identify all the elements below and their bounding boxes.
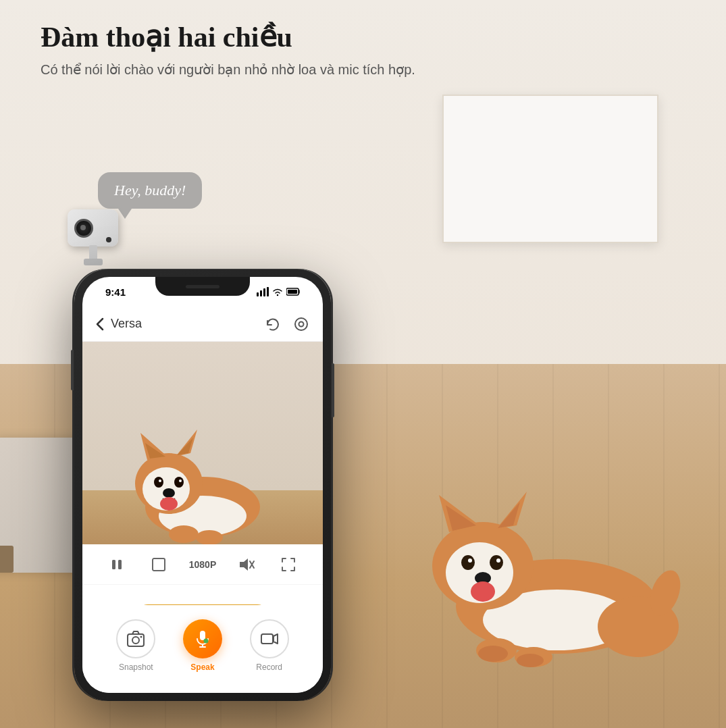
speak-label: Speak — [190, 662, 214, 672]
svg-rect-53 — [200, 631, 205, 640]
fullscreen-icon — [281, 557, 296, 572]
svg-rect-44 — [112, 560, 115, 569]
svg-rect-22 — [263, 288, 265, 296]
wall-decoration — [442, 95, 658, 243]
snapshot-icon-circle — [116, 619, 155, 658]
pause-button[interactable] — [105, 552, 129, 577]
corgi-dog-right — [429, 458, 685, 674]
camera-feed-view — [82, 342, 323, 544]
svg-point-27 — [299, 321, 304, 326]
camera-indicator — [106, 237, 111, 242]
back-chevron-icon — [96, 317, 104, 331]
status-icons — [257, 287, 301, 296]
phone-mockup: 9:41 — [74, 269, 331, 701]
svg-rect-23 — [267, 287, 269, 296]
settings-icon[interactable] — [293, 316, 309, 332]
camera-mount — [89, 245, 97, 260]
svg-point-40 — [163, 488, 175, 498]
svg-point-38 — [159, 479, 161, 482]
page-title: Đàm thoại hai chiều — [41, 20, 415, 53]
mute-button[interactable] — [234, 552, 259, 577]
svg-point-9 — [490, 555, 503, 570]
quality-badge[interactable]: 1080P — [189, 559, 216, 570]
battery-icon — [286, 288, 301, 296]
speak-icon-circle — [183, 619, 222, 658]
fullscreen-button[interactable] — [276, 552, 301, 577]
wifi-icon — [272, 287, 283, 296]
speech-bubble-text: Hey, buddy! — [114, 182, 186, 199]
svg-point-17 — [517, 654, 544, 667]
phone-outer-frame: 9:41 — [74, 269, 331, 701]
svg-point-39 — [179, 479, 182, 482]
speech-bubble: Hey, buddy! — [98, 172, 202, 209]
refresh-icon[interactable] — [265, 316, 281, 332]
page-subtitle: Có thể nói lời chào với người bạn nhỏ nh… — [41, 61, 415, 78]
signal-icon — [257, 287, 269, 296]
svg-rect-45 — [118, 560, 122, 569]
svg-point-11 — [496, 558, 500, 563]
svg-rect-20 — [257, 292, 259, 296]
svg-rect-21 — [260, 290, 262, 296]
nav-action-buttons — [265, 316, 309, 332]
svg-point-42 — [169, 525, 199, 543]
feed-corgi-dog — [135, 409, 270, 544]
svg-point-16 — [478, 646, 508, 662]
svg-point-41 — [160, 497, 178, 511]
earpiece-speaker — [186, 285, 219, 288]
status-time: 9:41 — [105, 286, 126, 298]
camera-lens — [74, 219, 93, 238]
security-camera — [68, 209, 118, 246]
video-controls-bar: 1080P — [82, 544, 323, 585]
phone-notch — [155, 277, 250, 296]
app-navigation-bar: Versa — [82, 307, 323, 342]
svg-point-10 — [468, 558, 472, 563]
camera-icon — [126, 629, 145, 648]
microphone-icon — [193, 629, 212, 648]
pause-icon — [110, 558, 124, 571]
svg-point-36 — [154, 477, 163, 488]
svg-marker-58 — [274, 634, 278, 644]
svg-point-51 — [132, 637, 139, 644]
bottom-action-bar: Snapshot Speak — [82, 605, 323, 693]
snapshot-action[interactable]: Snapshot — [116, 619, 155, 672]
mute-icon — [238, 558, 255, 571]
snapshot-label: Snapshot — [119, 662, 153, 672]
record-action[interactable]: Record — [250, 619, 289, 672]
crop-icon — [151, 557, 166, 572]
svg-point-43 — [196, 530, 223, 544]
record-icon-circle — [250, 619, 289, 658]
speak-action[interactable]: Speak — [183, 619, 222, 672]
svg-point-52 — [140, 636, 142, 638]
svg-point-13 — [471, 581, 495, 602]
svg-rect-25 — [288, 290, 297, 294]
record-label: Record — [256, 662, 282, 672]
svg-point-26 — [295, 318, 307, 330]
svg-point-37 — [174, 477, 184, 488]
video-icon — [260, 629, 279, 648]
svg-rect-46 — [153, 558, 165, 571]
camera-body — [68, 209, 118, 246]
back-button[interactable]: Versa — [96, 317, 142, 331]
crop-button[interactable] — [147, 552, 171, 577]
svg-point-56 — [203, 639, 208, 644]
svg-marker-47 — [240, 558, 248, 571]
nav-title: Versa — [111, 317, 142, 331]
header-section: Đàm thoại hai chiều Có thể nói lời chào … — [41, 20, 415, 78]
svg-point-8 — [461, 555, 475, 570]
phone-screen: 9:41 — [82, 277, 323, 693]
svg-rect-57 — [261, 634, 273, 644]
